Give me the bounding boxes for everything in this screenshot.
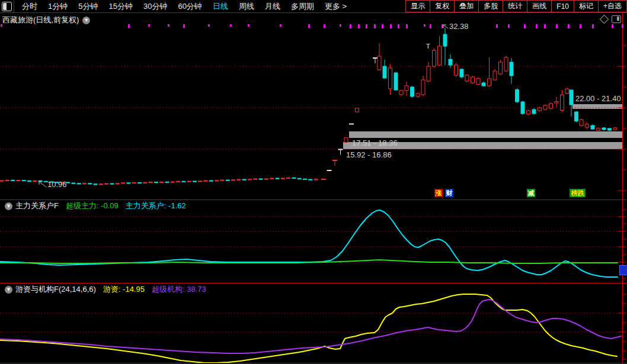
candle-body <box>287 178 290 178</box>
indicator-metric: 主力关系户: -1.62 <box>126 201 186 211</box>
event-dot <box>524 24 526 28</box>
toolbar-button-5[interactable]: 画线 <box>527 0 552 12</box>
metric-label: 游资: <box>103 285 121 294</box>
event-dot <box>592 24 594 28</box>
candle-body <box>580 120 583 125</box>
candle-body <box>94 184 97 185</box>
event-dot <box>406 24 408 28</box>
candle-body <box>303 179 307 179</box>
period-tab-6[interactable]: 日线 <box>207 1 233 12</box>
candle-body <box>476 79 480 85</box>
candle-body <box>449 59 452 65</box>
event-dot <box>544 24 546 28</box>
candle-body <box>220 180 224 181</box>
event-dot <box>208 24 210 27</box>
candle-body <box>99 184 103 185</box>
candle-body <box>394 73 398 90</box>
candle-body <box>510 62 513 76</box>
indicator-pane-main-force[interactable]: ▼ 主力关系户F 超级主力: -0.09 主力关系户: -1.62 <box>0 200 627 283</box>
toolbar-button-8[interactable]: +自选 <box>598 0 627 12</box>
period-tab-2[interactable]: 5分钟 <box>73 1 103 12</box>
event-dot <box>398 24 399 28</box>
event-dot <box>508 24 510 28</box>
candle-body <box>411 87 414 96</box>
chevron-down-icon[interactable]: ▼ <box>5 202 12 210</box>
metric-label: 超级机构: <box>152 285 185 294</box>
period-tab-7[interactable]: 周线 <box>233 1 260 12</box>
toolbar-button-0[interactable]: 显示 <box>405 0 430 12</box>
pointer-arrow <box>39 182 46 187</box>
metric-label: 超级主力: <box>66 201 99 210</box>
candle-body <box>297 178 301 179</box>
candle-body <box>416 94 420 96</box>
candle-body <box>575 112 578 121</box>
split-window-icon[interactable] <box>612 15 621 23</box>
event-dot <box>340 24 341 27</box>
period-tabs: 分时1分钟5分钟15分钟30分钟60分钟日线周线月线多周期更多 > <box>17 0 352 12</box>
toolbar-button-3[interactable]: 多股 <box>478 0 503 12</box>
candle-body <box>389 68 392 89</box>
candle-body <box>105 183 108 184</box>
chevron-down-icon[interactable]: ▼ <box>82 17 90 24</box>
candle-body <box>516 90 519 102</box>
event-dot <box>168 24 169 27</box>
metric-value: -1.62 <box>168 201 186 210</box>
candle-body <box>177 181 180 182</box>
candle-body <box>521 102 524 114</box>
candle-body <box>591 125 594 129</box>
candle-body <box>421 80 425 95</box>
candle-body <box>292 178 296 178</box>
candle-body <box>110 183 114 184</box>
candle-body <box>527 111 530 114</box>
period-tab-5[interactable]: 60分钟 <box>172 1 207 12</box>
candle-body <box>193 181 197 182</box>
period-tab-10[interactable]: 更多 > <box>319 1 352 12</box>
hot-money-indicator-chart[interactable] <box>0 284 627 363</box>
event-dot <box>390 24 392 28</box>
main-chart-pane[interactable]: T 西藏旅游(日线,前复权) ▼ 32.38 10.96 17.51 - 18.… <box>0 13 627 199</box>
event-dot <box>128 24 130 28</box>
candle-body <box>433 50 436 66</box>
chevron-down-icon[interactable]: ▼ <box>5 286 12 294</box>
high-price-label: 32.38 <box>449 22 469 31</box>
candle-body <box>149 182 152 183</box>
period-tab-4[interactable]: 30分钟 <box>138 1 172 12</box>
candle-body <box>160 182 164 182</box>
chart-corner-controls <box>601 15 621 23</box>
period-tab-3[interactable]: 15分钟 <box>103 1 137 12</box>
indicator-line-超级机构 <box>0 299 621 353</box>
candle-body <box>116 183 119 184</box>
indicator-pane-hot-money[interactable]: ▼ 游资与机构F(24,14,6,6) 游资: -14.95 超级机构: 38.… <box>0 284 627 363</box>
candlestick-chart[interactable]: T <box>0 13 627 199</box>
event-dot <box>382 24 383 28</box>
window-icon[interactable] <box>2 2 12 11</box>
gap-band <box>572 104 622 109</box>
toolbar-button-1[interactable]: 复权 <box>430 0 455 12</box>
candle-body <box>242 179 246 180</box>
candle-body <box>561 95 564 110</box>
event-dot <box>430 24 431 28</box>
main-force-indicator-chart[interactable] <box>0 200 627 283</box>
period-tab-0[interactable]: 分时 <box>17 1 43 12</box>
period-tab-9[interactable]: 多周期 <box>286 1 319 12</box>
toolbar-button-6[interactable]: F10 <box>551 0 574 12</box>
candle-body <box>586 124 589 127</box>
toolbar-button-2[interactable]: 叠加 <box>454 0 479 12</box>
candle-body <box>597 128 600 130</box>
diamond-icon[interactable] <box>600 15 609 24</box>
candle-body <box>549 104 553 108</box>
candle-body <box>570 90 573 105</box>
period-tab-1[interactable]: 1分钟 <box>43 1 73 12</box>
candle-body <box>154 182 158 183</box>
candle-body <box>460 69 463 77</box>
candle-body <box>465 75 469 81</box>
candle-body <box>602 128 606 130</box>
period-tab-8[interactable]: 月线 <box>260 1 286 12</box>
candle-body <box>455 65 458 75</box>
event-dot <box>350 24 351 28</box>
metric-value: 38.73 <box>187 285 206 294</box>
toolbar-button-7[interactable]: 标记 <box>574 0 599 12</box>
candle-body <box>39 181 42 181</box>
toolbar-button-4[interactable]: 统计 <box>503 0 527 12</box>
candle-body <box>17 181 20 181</box>
